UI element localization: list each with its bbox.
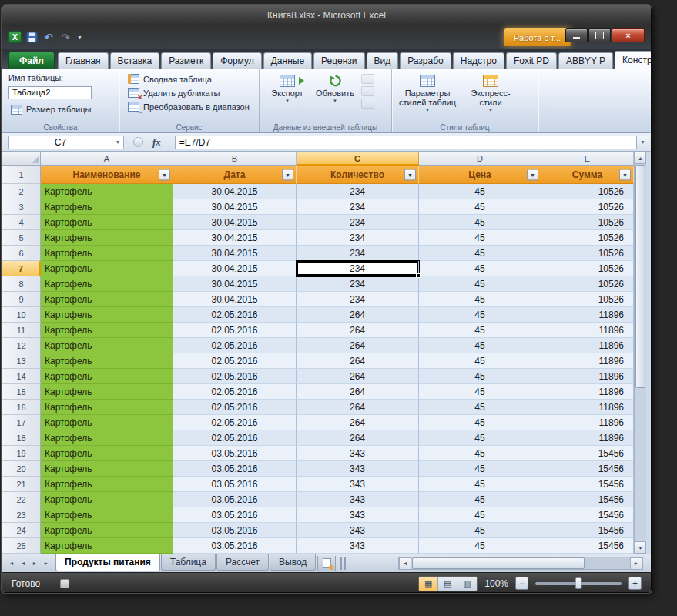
name-box-dropdown-icon[interactable]: ▼ xyxy=(112,136,123,149)
cell-C23[interactable]: 343 xyxy=(297,507,419,523)
cell-C4[interactable]: 234 xyxy=(297,215,419,230)
cell-C6[interactable]: 234 xyxy=(297,246,419,261)
cell-B22[interactable]: 03.05.2016 xyxy=(173,492,297,507)
cell-A24[interactable]: Картофель xyxy=(41,523,173,538)
cell-A4[interactable]: Картофель xyxy=(41,215,173,230)
cell-E12[interactable]: 11896 xyxy=(541,338,634,353)
cell-D14[interactable]: 45 xyxy=(419,369,541,384)
cell-C24[interactable]: 343 xyxy=(297,523,419,538)
excel-logo-icon[interactable]: X xyxy=(8,31,22,43)
ribbon-tab-10[interactable]: Foxit PD xyxy=(506,52,557,69)
cell-A21[interactable]: Картофель xyxy=(41,477,173,492)
cell-D22[interactable]: 45 xyxy=(419,492,541,507)
previous-sheet-icon[interactable]: ◄ xyxy=(18,557,28,570)
cell-A11[interactable]: Картофель xyxy=(41,323,173,338)
cell-E17[interactable]: 11896 xyxy=(541,415,634,430)
cell-C17[interactable]: 264 xyxy=(297,415,419,430)
cell-B25[interactable]: 03.05.2016 xyxy=(173,538,297,554)
row-header-20[interactable]: 20 xyxy=(2,461,41,477)
external-tool-icon-3[interactable] xyxy=(361,99,374,109)
cell-C7[interactable]: 234 xyxy=(297,261,419,276)
ribbon-tab-file[interactable]: Файл xyxy=(8,52,55,69)
normal-view-icon[interactable]: ▦ xyxy=(419,577,438,591)
column-header-D[interactable]: D xyxy=(419,152,541,166)
row-header-12[interactable]: 12 xyxy=(2,338,41,353)
cell-B11[interactable]: 02.05.2016 xyxy=(173,323,297,338)
select-all-corner[interactable] xyxy=(2,152,41,166)
cell-A7[interactable]: Картофель xyxy=(41,261,173,276)
row-header-11[interactable]: 11 xyxy=(2,323,41,338)
insert-worksheet-tab[interactable] xyxy=(317,556,336,571)
resize-table-button[interactable]: Размер таблицы xyxy=(8,103,112,116)
cell-E10[interactable]: 11896 xyxy=(541,307,634,323)
cell-A16[interactable]: Картофель xyxy=(41,400,173,415)
cell-C2[interactable]: 234 xyxy=(297,184,419,199)
row-header-14[interactable]: 14 xyxy=(2,369,41,384)
vertical-scrollbar[interactable]: ▲ ▼ xyxy=(634,152,646,554)
cell-D11[interactable]: 45 xyxy=(419,323,541,338)
row-header-8[interactable]: 8 xyxy=(2,276,41,292)
row-header-21[interactable]: 21 xyxy=(2,477,41,492)
cell-D6[interactable]: 45 xyxy=(419,246,541,261)
close-button[interactable]: × xyxy=(612,28,645,42)
scroll-up-icon[interactable]: ▲ xyxy=(635,152,646,164)
cell-E2[interactable]: 10526 xyxy=(541,184,634,199)
cell-D3[interactable]: 45 xyxy=(419,199,541,215)
cell-A3[interactable]: Картофель xyxy=(41,199,173,215)
ribbon-tab-7[interactable]: Вид xyxy=(367,52,399,69)
row-header-16[interactable]: 16 xyxy=(2,400,41,415)
cell-D21[interactable]: 45 xyxy=(419,477,541,492)
cell-A6[interactable]: Картофель xyxy=(41,246,173,261)
cell-A1[interactable]: Наименование▼ xyxy=(41,166,173,184)
cell-A22[interactable]: Картофель xyxy=(41,492,173,507)
tab-split-handle[interactable] xyxy=(340,557,346,570)
refresh-button[interactable]: Обновить ▼ xyxy=(313,72,357,109)
cell-E14[interactable]: 11896 xyxy=(541,369,634,384)
cell-E21[interactable]: 15456 xyxy=(541,477,634,492)
cell-B15[interactable]: 02.05.2016 xyxy=(173,384,297,400)
cell-A20[interactable]: Картофель xyxy=(41,461,173,477)
row-header-7[interactable]: 7 xyxy=(2,261,41,276)
external-tool-icon-2[interactable] xyxy=(361,86,374,96)
cell-E23[interactable]: 15456 xyxy=(541,507,634,523)
save-icon[interactable] xyxy=(25,30,39,44)
cell-D9[interactable]: 45 xyxy=(419,292,541,307)
formula-input[interactable]: =E7/D7 xyxy=(175,136,636,149)
row-header-2[interactable]: 2 xyxy=(2,184,41,199)
remove-duplicates-button[interactable]: Удалить дубликаты xyxy=(126,86,253,99)
cell-E15[interactable]: 11896 xyxy=(541,384,634,400)
external-tool-icon-1[interactable] xyxy=(361,74,374,84)
sheet-tab-1[interactable]: Продукты питания xyxy=(55,554,160,571)
macro-record-icon[interactable] xyxy=(60,579,69,588)
cell-B9[interactable]: 30.04.2015 xyxy=(173,292,297,307)
row-header-25[interactable]: 25 xyxy=(2,538,41,554)
ribbon-tab-11[interactable]: ABBYY P xyxy=(558,52,613,69)
row-header-22[interactable]: 22 xyxy=(2,492,41,507)
restore-button[interactable] xyxy=(588,28,611,42)
cell-C1[interactable]: Количество▼ xyxy=(297,166,419,184)
cell-E7[interactable]: 10526 xyxy=(541,261,634,276)
horizontal-scroll-thumb[interactable] xyxy=(412,557,585,569)
cell-B1[interactable]: Дата▼ xyxy=(173,166,297,184)
cell-D20[interactable]: 45 xyxy=(419,461,541,477)
horizontal-scrollbar[interactable]: ◄ ► xyxy=(398,557,643,570)
cell-B19[interactable]: 03.05.2016 xyxy=(173,446,297,461)
cell-A9[interactable]: Картофель xyxy=(41,292,173,307)
first-sheet-icon[interactable]: ◄ xyxy=(6,557,17,570)
cell-A12[interactable]: Картофель xyxy=(41,338,173,353)
cell-B7[interactable]: 30.04.2015 xyxy=(173,261,297,276)
quick-styles-button[interactable]: Экспресс-стили ▼ xyxy=(461,72,520,112)
ribbon-tab-4[interactable]: Формул xyxy=(213,52,262,69)
cell-C12[interactable]: 264 xyxy=(297,338,419,353)
cell-D24[interactable]: 45 xyxy=(419,523,541,538)
filter-button-E[interactable]: ▼ xyxy=(619,169,631,180)
cell-A25[interactable]: Картофель xyxy=(41,538,173,554)
cell-C5[interactable]: 234 xyxy=(297,230,419,246)
formula-splitter-handle[interactable] xyxy=(133,137,143,147)
cell-B2[interactable]: 30.04.2015 xyxy=(173,184,297,199)
scroll-left-icon[interactable]: ◄ xyxy=(399,557,411,570)
cell-D15[interactable]: 45 xyxy=(419,384,541,400)
undo-icon[interactable]: ↶ xyxy=(42,30,55,44)
cell-D1[interactable]: Цена▼ xyxy=(419,166,541,184)
cell-A10[interactable]: Картофель xyxy=(41,307,173,323)
